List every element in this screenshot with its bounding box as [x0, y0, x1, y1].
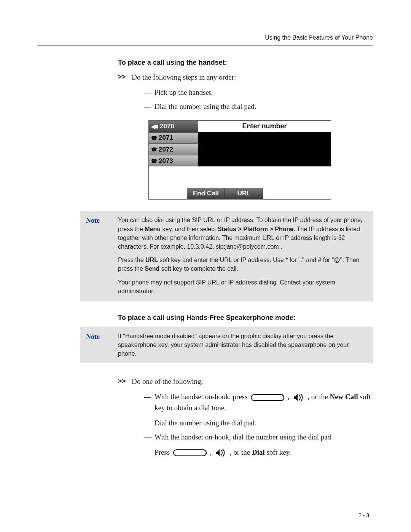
bold: New Call: [330, 393, 358, 401]
section1-intro: Do the following steps in any order: Pic…: [118, 72, 373, 112]
phone-top: ◀Ⅲ 2070 ☎ 2071 ☎ 2072 ☎ 2073: [149, 121, 331, 166]
note-paragraph: If "Handsfree mode disabled" appears on …: [118, 332, 367, 358]
softkey-endcall: End Call: [187, 188, 225, 199]
note-paragraph: You can also dial using the SIP URL or I…: [118, 216, 367, 251]
phone-line: ☎ 2073: [149, 155, 198, 166]
handset-icon: ☎: [151, 147, 157, 152]
header-rule: [38, 45, 373, 46]
softkey-url: URL: [225, 188, 263, 199]
page-number: 2 - 3: [358, 512, 369, 518]
bold: Status > Platform > Phone: [218, 226, 293, 232]
step-item: Pick up the handset.: [132, 87, 373, 98]
text: Press the: [118, 257, 145, 263]
text: With the handset on-hook, dial the numbe…: [155, 433, 333, 441]
step-item: Dial the number using the dial pad.: [132, 101, 373, 112]
speaker-icon: [215, 449, 226, 457]
note-body: You can also dial using the SIP URL or I…: [118, 216, 367, 296]
step-item: With the handset on-hook, dial the numbe…: [132, 431, 373, 458]
section2-intro: Do one of the following: With the handse…: [118, 376, 373, 458]
text: soft key.: [266, 448, 291, 456]
bold: Send: [145, 265, 159, 272]
line-number: 2071: [159, 134, 173, 142]
content-column: To place a call using the handset: Do th…: [118, 59, 373, 458]
enter-number-prompt: Enter number: [198, 121, 331, 132]
text: ,: [288, 393, 292, 401]
text: Dial the number using the dial pad.: [155, 417, 373, 428]
note-box: Note If "Handsfree mode disabled" appear…: [80, 327, 373, 364]
step-item: With the handset on-hook, press , , or t…: [132, 391, 373, 428]
phone-display: ◀Ⅲ 2070 ☎ 2071 ☎ 2072 ☎ 2073: [148, 120, 331, 200]
line-key-icon: [173, 449, 207, 456]
phone-line: ☎ 2072: [149, 144, 198, 155]
bold: Dial: [252, 448, 265, 456]
section2-intro-text: Do one of the following:: [132, 377, 203, 385]
bold: URL: [145, 257, 158, 263]
section1-steps: Pick up the handset. Dial the number usi…: [132, 87, 373, 112]
speaker-icon: [293, 393, 304, 402]
line-number: 2070: [160, 123, 174, 130]
phone-gap: [149, 166, 331, 188]
line-key-icon: [251, 394, 284, 401]
text: key, and then select: [161, 226, 218, 232]
running-header: Using the Basic Features of Your Phone: [38, 34, 373, 41]
text: , or the: [307, 393, 330, 401]
handset-icon: ☎: [151, 136, 157, 141]
softkey-row: End Call URL: [149, 188, 331, 199]
note-label: Note: [86, 332, 118, 358]
bold: Menu: [145, 226, 161, 232]
phone-line-list: ◀Ⅲ 2070 ☎ 2071 ☎ 2072 ☎ 2073: [149, 121, 198, 166]
section2-title: To place a call using Hands-Free Speaker…: [118, 314, 373, 322]
note-paragraph: Your phone may not support SIP URL or IP…: [118, 278, 367, 296]
text: soft key to complete the call.: [159, 265, 238, 272]
page: Using the Basic Features of Your Phone T…: [0, 0, 411, 532]
section2-steps: With the handset on-hook, press , , or t…: [132, 391, 373, 458]
note-box: Note You can also dial using the SIP URL…: [80, 211, 373, 301]
text: Press: [155, 448, 172, 456]
audio-icon: ◀Ⅲ: [151, 124, 158, 129]
phone-right: Enter number: [198, 121, 331, 166]
phone-line: ☎ 2071: [149, 133, 198, 144]
text: , or the: [230, 448, 252, 456]
note-paragraph: Press the URL soft key and enter the URL…: [118, 256, 367, 273]
line-number: 2073: [159, 157, 173, 165]
note-body: If "Handsfree mode disabled" appears on …: [118, 332, 367, 358]
section1-intro-text: Do the following steps in any order:: [132, 73, 236, 81]
section1-title: To place a call using the handset:: [118, 59, 373, 67]
section1-arrow-list: Do the following steps in any order: Pic…: [118, 72, 373, 112]
dial-area: [198, 132, 331, 166]
section2-arrow-list: Do one of the following: With the handse…: [118, 376, 373, 458]
phone-line-active: ◀Ⅲ 2070: [149, 121, 198, 132]
note-label: Note: [86, 216, 118, 296]
text: ,: [210, 448, 214, 456]
handset-icon: ☎: [151, 158, 157, 163]
line-number: 2072: [159, 146, 173, 153]
text: With the handset on-hook, press: [155, 393, 249, 401]
